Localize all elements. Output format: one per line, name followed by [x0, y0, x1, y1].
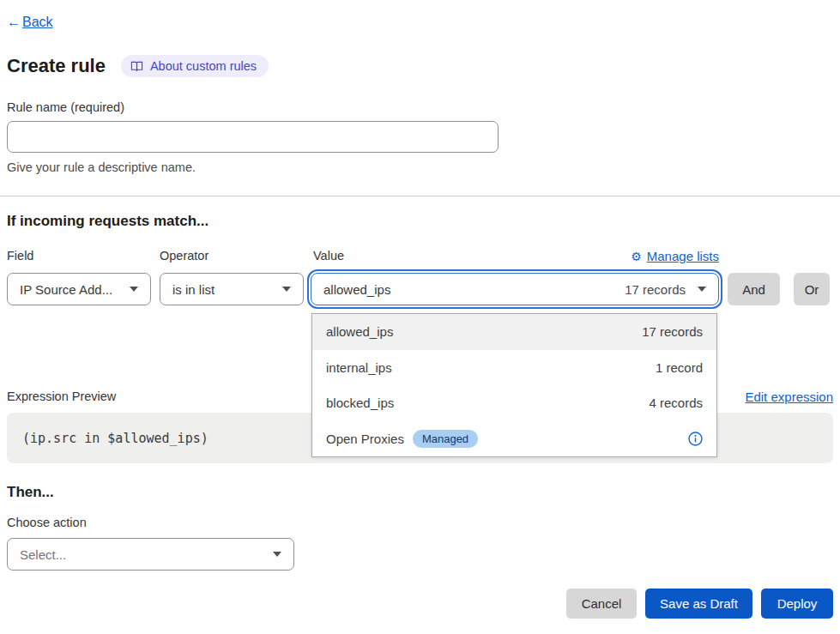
- manage-lists-label: Manage lists: [647, 249, 719, 263]
- option-name: internal_ips: [326, 360, 392, 375]
- operator-select[interactable]: is in list: [160, 273, 304, 305]
- dropdown-option-allowed-ips[interactable]: allowed_ips 17 records: [312, 314, 716, 350]
- edit-expression-link[interactable]: Edit expression: [745, 389, 833, 404]
- book-icon: [130, 60, 143, 73]
- about-custom-rules-link[interactable]: About custom rules: [121, 55, 269, 77]
- field-select[interactable]: IP Source Add...: [7, 273, 151, 305]
- rule-name-helper-text: Give your rule a descriptive name.: [7, 160, 196, 174]
- back-link[interactable]: ← Back: [7, 15, 53, 30]
- chevron-down-icon: [698, 287, 706, 292]
- value-select[interactable]: allowed_ips 17 records: [311, 273, 719, 305]
- dropdown-option-blocked-ips[interactable]: blocked_ips 4 records: [312, 385, 716, 421]
- action-select[interactable]: Select...: [7, 538, 294, 571]
- option-record-count: 4 records: [649, 395, 703, 410]
- gear-icon: ⚙: [631, 250, 642, 263]
- operator-select-value: is in list: [172, 282, 215, 297]
- cancel-button[interactable]: Cancel: [566, 589, 637, 619]
- value-label: Value: [313, 249, 344, 263]
- page-title: Create rule: [7, 55, 106, 77]
- about-custom-rules-label: About custom rules: [150, 59, 257, 73]
- deploy-button[interactable]: Deploy: [761, 589, 833, 619]
- save-as-draft-button[interactable]: Save as Draft: [645, 589, 752, 619]
- back-arrow-icon: ←: [7, 15, 21, 30]
- option-name: blocked_ips: [326, 395, 394, 410]
- and-button[interactable]: And: [728, 273, 780, 305]
- chevron-down-icon: [282, 287, 291, 292]
- back-link-label: Back: [22, 15, 53, 30]
- action-select-placeholder: Select...: [20, 547, 66, 562]
- manage-lists-link[interactable]: ⚙ Manage lists: [631, 249, 719, 263]
- create-rule-page: ← Back Create rule About custom rules Ru…: [0, 0, 840, 634]
- dropdown-option-internal-ips[interactable]: internal_ips 1 record: [312, 350, 716, 386]
- then-section-heading: Then...: [7, 484, 54, 501]
- expression-preview-label: Expression Preview: [7, 389, 116, 403]
- chevron-down-icon: [273, 552, 281, 557]
- title-row: Create rule About custom rules: [7, 55, 269, 77]
- rule-name-input[interactable]: [7, 121, 499, 153]
- option-record-count: 17 records: [642, 324, 703, 339]
- section-divider: [0, 196, 840, 196]
- or-button[interactable]: Or: [794, 273, 830, 305]
- choose-action-label: Choose action: [7, 516, 87, 529]
- option-record-count: 1 record: [656, 360, 703, 375]
- value-select-value: allowed_ips: [323, 282, 390, 297]
- field-select-value: IP Source Add...: [20, 282, 112, 297]
- option-name: Open Proxies: [326, 432, 404, 446]
- rule-name-label: Rule name (required): [7, 100, 124, 114]
- expression-code: (ip.src in $allowed_ips): [7, 431, 208, 446]
- managed-badge: Managed: [413, 430, 478, 448]
- match-section-heading: If incoming requests match...: [7, 213, 208, 230]
- value-select-record-count: 17 records: [625, 282, 686, 297]
- value-dropdown-menu: allowed_ips 17 records internal_ips 1 re…: [311, 313, 717, 457]
- chevron-down-icon: [130, 287, 138, 292]
- dropdown-option-open-proxies[interactable]: Open Proxies Managed: [312, 421, 716, 457]
- operator-label: Operator: [160, 249, 208, 263]
- info-icon[interactable]: [688, 432, 703, 446]
- option-name: allowed_ips: [326, 324, 393, 339]
- field-label: Field: [7, 249, 33, 263]
